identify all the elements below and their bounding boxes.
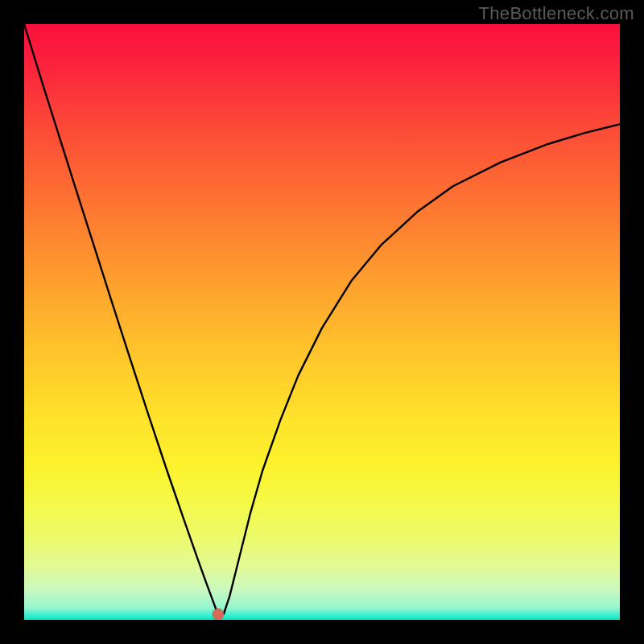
curve-layer [24,24,620,620]
bottleneck-curve [24,24,620,614]
optimal-point-marker [213,609,224,620]
chart-container: TheBottleneck.com [0,0,644,644]
watermark-text: TheBottleneck.com [479,3,634,24]
plot-area [24,24,620,620]
